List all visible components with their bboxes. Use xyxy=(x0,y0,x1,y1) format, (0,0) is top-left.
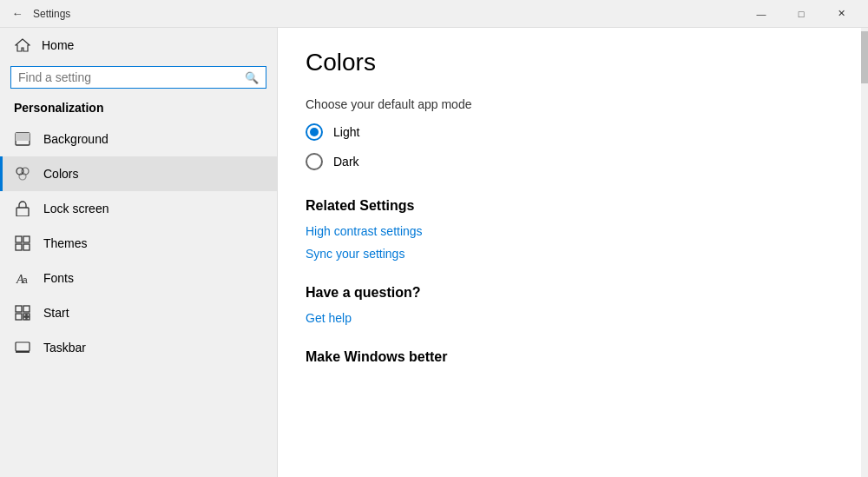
svg-rect-12 xyxy=(16,306,22,312)
colors-label: Colors xyxy=(43,167,78,181)
fonts-icon: A a xyxy=(14,269,31,287)
svg-rect-14 xyxy=(16,314,22,320)
svg-rect-9 xyxy=(23,244,30,250)
help-title: Have a question? xyxy=(306,285,840,301)
app-mode-subtitle: Choose your default app mode xyxy=(306,97,840,111)
titlebar: ← Settings — □ ✕ xyxy=(0,0,868,28)
search-box: 🔍 xyxy=(10,66,266,89)
content-area: Colors Choose your default app mode Ligh… xyxy=(278,28,868,477)
sidebar-item-colors[interactable]: Colors xyxy=(0,156,277,191)
titlebar-controls: — □ ✕ xyxy=(741,0,861,28)
main-layout: Home 🔍 Personalization Background xyxy=(0,28,868,477)
search-input[interactable] xyxy=(18,70,245,84)
help-section: Have a question? Get help xyxy=(306,285,840,325)
svg-rect-5 xyxy=(16,208,29,216)
radio-light-circle xyxy=(306,123,323,141)
background-icon xyxy=(14,130,31,148)
related-settings-title: Related Settings xyxy=(306,198,840,214)
close-button[interactable]: ✕ xyxy=(821,0,861,28)
start-label: Start xyxy=(43,306,69,320)
svg-rect-17 xyxy=(23,317,26,320)
make-better-section: Make Windows better xyxy=(306,349,840,365)
sidebar-item-fonts[interactable]: A a Fonts xyxy=(0,261,277,295)
radio-dark-label: Dark xyxy=(333,155,359,169)
sidebar-item-taskbar[interactable]: Taskbar xyxy=(0,330,277,365)
svg-rect-1 xyxy=(16,133,30,141)
taskbar-icon xyxy=(14,339,31,356)
sidebar-item-themes[interactable]: Themes xyxy=(0,226,277,261)
mode-radio-group: Light Dark xyxy=(306,123,840,170)
get-help-link[interactable]: Get help xyxy=(306,311,840,325)
radio-dark-circle xyxy=(306,153,323,170)
lock-icon xyxy=(14,200,31,217)
search-icon: 🔍 xyxy=(245,71,259,84)
scrollbar-thumb xyxy=(861,31,868,83)
sidebar-item-start[interactable]: Start xyxy=(0,295,277,330)
radio-dark[interactable]: Dark xyxy=(306,153,840,170)
titlebar-title: Settings xyxy=(33,8,70,20)
sidebar-item-background[interactable]: Background xyxy=(0,122,277,156)
colors-icon xyxy=(14,165,31,182)
back-button[interactable]: ← xyxy=(7,3,28,24)
sync-settings-link[interactable]: Sync your settings xyxy=(306,247,840,261)
themes-label: Themes xyxy=(43,236,88,250)
radio-light[interactable]: Light xyxy=(306,123,840,141)
svg-text:a: a xyxy=(23,275,28,285)
svg-rect-13 xyxy=(23,306,30,312)
minimize-button[interactable]: — xyxy=(741,0,781,28)
sidebar-item-home[interactable]: Home xyxy=(0,28,277,63)
home-label: Home xyxy=(42,38,74,52)
sidebar-item-lock-screen[interactable]: Lock screen xyxy=(0,191,277,226)
related-settings-section: Related Settings High contrast settings … xyxy=(306,198,840,261)
maximize-button[interactable]: □ xyxy=(781,0,821,28)
lock-screen-label: Lock screen xyxy=(43,202,108,215)
svg-rect-16 xyxy=(27,314,30,316)
svg-rect-19 xyxy=(16,342,30,351)
background-label: Background xyxy=(43,132,108,146)
fonts-label: Fonts xyxy=(43,271,74,285)
svg-rect-7 xyxy=(23,236,30,242)
svg-rect-6 xyxy=(16,236,22,242)
section-title: Personalization xyxy=(0,96,277,122)
radio-light-label: Light xyxy=(333,125,359,139)
home-icon xyxy=(14,36,31,54)
high-contrast-link[interactable]: High contrast settings xyxy=(306,224,840,238)
taskbar-label: Taskbar xyxy=(43,341,86,354)
scrollbar[interactable] xyxy=(861,28,868,477)
sidebar: Home 🔍 Personalization Background xyxy=(0,28,278,477)
svg-rect-20 xyxy=(16,351,30,353)
svg-rect-15 xyxy=(23,314,26,316)
page-title: Colors xyxy=(306,49,840,76)
themes-icon xyxy=(14,235,31,252)
start-icon xyxy=(14,304,31,321)
app-mode-section: Choose your default app mode Light Dark xyxy=(306,97,840,170)
svg-rect-18 xyxy=(27,317,30,320)
make-better-title: Make Windows better xyxy=(306,349,840,365)
svg-rect-8 xyxy=(16,244,22,250)
